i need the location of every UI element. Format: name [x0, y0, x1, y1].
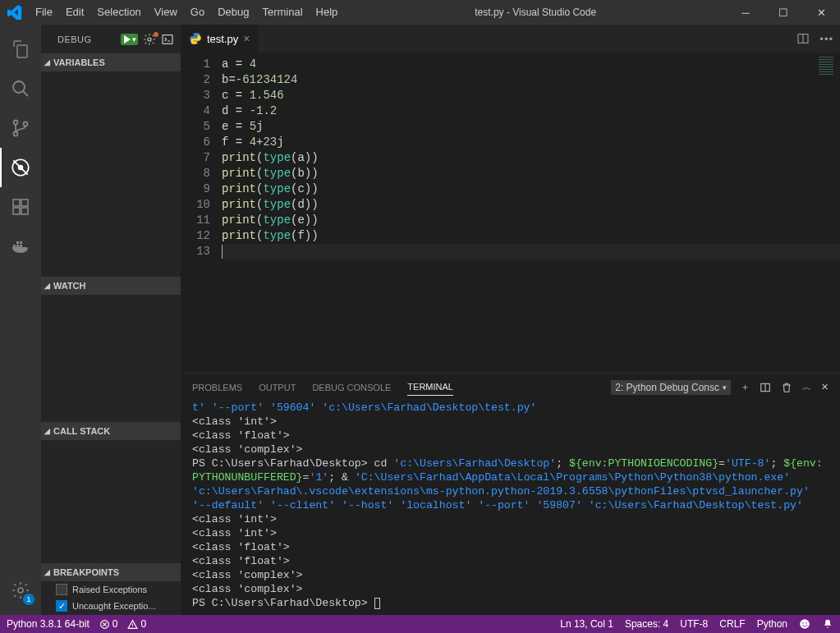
callstack-section[interactable]: ◢CALL STACK [41, 422, 181, 440]
line-number: 6 [181, 135, 210, 150]
minimap[interactable] [819, 57, 833, 75]
start-debug-button[interactable]: ▾ [121, 34, 138, 45]
svg-rect-11 [16, 245, 19, 247]
debug-console-icon[interactable] [161, 33, 174, 46]
extensions-icon[interactable] [0, 187, 41, 227]
line-number: 3 [181, 88, 210, 103]
split-editor-icon[interactable] [796, 32, 810, 45]
more-actions-icon[interactable]: ••• [819, 33, 833, 45]
split-terminal-icon[interactable] [760, 382, 771, 393]
watch-section[interactable]: ◢WATCH [41, 277, 181, 295]
menu-view[interactable]: View [148, 0, 184, 25]
close-button[interactable]: ✕ [802, 0, 840, 25]
explorer-icon[interactable] [0, 30, 41, 69]
menu-bar: FileEditSelectionViewGoDebugTerminalHelp [29, 0, 344, 25]
menu-selection[interactable]: Selection [90, 0, 147, 25]
breakpoint-raised-exceptions[interactable]: Raised Exceptions [41, 581, 181, 598]
line-number: 11 [181, 213, 210, 228]
terminal-selector[interactable]: 2: Python Debug Consc▾ [611, 380, 731, 395]
docker-icon[interactable] [0, 227, 41, 266]
svg-rect-10 [13, 245, 16, 247]
code-line[interactable]: print(type(e)) [222, 213, 840, 228]
svg-rect-9 [21, 200, 28, 206]
svg-rect-8 [21, 208, 28, 214]
source-control-icon[interactable] [0, 108, 41, 148]
status-language[interactable]: Python [757, 618, 787, 630]
debug-sidebar: DEBUG ▾ ◢VARIABLES ◢WATCH ◢CALL STACK ◢B… [41, 25, 181, 615]
svg-point-0 [13, 81, 25, 93]
close-panel-icon[interactable]: ✕ [821, 382, 829, 392]
tab-debug-console[interactable]: DEBUG CONSOLE [312, 383, 391, 392]
maximize-button[interactable]: ☐ [764, 0, 802, 25]
status-feedback-icon[interactable] [799, 618, 810, 630]
tab-test-py[interactable]: test.py × [181, 25, 259, 53]
menu-debug[interactable]: Debug [211, 0, 255, 25]
menu-terminal[interactable]: Terminal [255, 0, 309, 25]
code-line[interactable]: e = 5j [222, 119, 840, 135]
menu-file[interactable]: File [29, 0, 59, 25]
svg-rect-7 [13, 208, 20, 214]
code-line[interactable] [222, 244, 840, 259]
line-number: 13 [181, 244, 210, 259]
code-line[interactable]: b=-61234124 [222, 72, 840, 88]
tab-problems[interactable]: PROBLEMS [192, 383, 242, 392]
code-line[interactable]: print(type(f)) [222, 228, 840, 244]
checkbox-checked-icon[interactable]: ✓ [56, 600, 67, 612]
status-eol[interactable]: CRLF [719, 618, 745, 630]
python-file-icon [189, 32, 202, 45]
svg-rect-14 [20, 241, 22, 244]
svg-point-23 [806, 622, 807, 624]
menu-edit[interactable]: Edit [59, 0, 90, 25]
status-errors[interactable]: 0 [99, 618, 118, 630]
code-line[interactable]: c = 1.546 [222, 88, 840, 103]
status-encoding[interactable]: UTF-8 [680, 618, 708, 630]
code-line[interactable]: print(type(b)) [222, 166, 840, 181]
line-number: 1 [181, 57, 210, 72]
svg-rect-13 [16, 241, 19, 244]
code-editor[interactable]: 12345678910111213 a = 4b=-61234124c = 1.… [181, 53, 840, 373]
variables-section[interactable]: ◢VARIABLES [41, 53, 181, 71]
status-spaces[interactable]: Spaces: 4 [625, 618, 668, 630]
menu-help[interactable]: Help [310, 0, 345, 25]
code-line[interactable]: d = -1.2 [222, 103, 840, 119]
code-line[interactable]: a = 4 [222, 57, 840, 72]
code-line[interactable]: print(type(c)) [222, 181, 840, 197]
status-python-version[interactable]: Python 3.8.1 64-bit [7, 618, 90, 630]
debug-config-gear-icon[interactable] [143, 33, 156, 46]
code-line[interactable]: print(type(d)) [222, 197, 840, 213]
line-number: 12 [181, 228, 210, 244]
status-bell-icon[interactable] [822, 618, 833, 630]
minimize-button[interactable]: ─ [727, 0, 764, 25]
code-line[interactable]: print(type(a)) [222, 150, 840, 166]
tab-terminal[interactable]: TERMINAL [407, 382, 453, 396]
close-tab-icon[interactable]: × [243, 32, 250, 45]
checkbox-unchecked-icon[interactable] [56, 584, 67, 595]
kill-terminal-icon[interactable] [781, 382, 792, 393]
line-number: 8 [181, 166, 210, 181]
code-line[interactable]: f = 4+23j [222, 135, 840, 150]
new-terminal-icon[interactable]: ＋ [741, 381, 750, 393]
line-number: 7 [181, 150, 210, 166]
settings-badge: 1 [23, 594, 34, 605]
terminal-output[interactable]: t' '--port' '59604' 'c:\Users\Farhad\Des… [181, 401, 840, 615]
debug-icon[interactable] [0, 148, 41, 187]
status-warnings[interactable]: 0 [127, 618, 146, 630]
search-icon[interactable] [0, 69, 41, 108]
tab-output[interactable]: OUTPUT [259, 383, 296, 392]
maximize-panel-icon[interactable]: ︿ [802, 381, 811, 393]
breakpoints-section[interactable]: ◢BREAKPOINTS [41, 563, 181, 581]
svg-rect-12 [20, 245, 22, 247]
svg-rect-6 [13, 200, 20, 206]
vscode-logo-icon [0, 5, 29, 20]
svg-point-16 [148, 38, 151, 41]
line-number: 5 [181, 119, 210, 135]
menu-go[interactable]: Go [184, 0, 211, 25]
debug-title: DEBUG [57, 34, 92, 44]
status-line-col[interactable]: Ln 13, Col 1 [560, 618, 613, 630]
svg-rect-17 [163, 34, 172, 44]
panel: PROBLEMS OUTPUT DEBUG CONSOLE TERMINAL 2… [181, 373, 840, 615]
svg-point-21 [800, 619, 810, 629]
breakpoint-uncaught-exceptions[interactable]: ✓ Uncaught Exceptio... [41, 598, 181, 614]
settings-gear-icon[interactable]: 1 [0, 571, 41, 610]
line-number: 2 [181, 72, 210, 88]
